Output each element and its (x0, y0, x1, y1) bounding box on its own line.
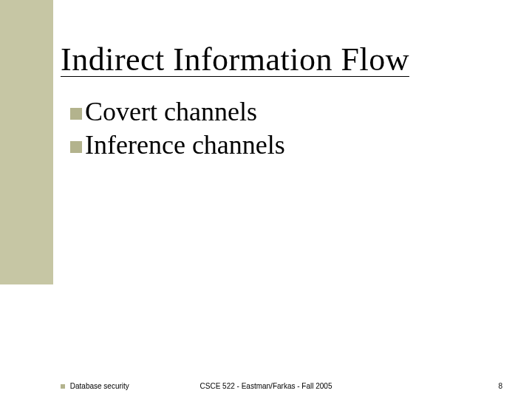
title-area: Indirect Information Flow (61, 41, 508, 78)
page-number: 8 (498, 382, 502, 390)
body-area: Covert channels Inference channels (70, 96, 484, 163)
square-bullet-icon (70, 108, 82, 120)
list-item: Inference channels (70, 129, 484, 161)
square-bullet-icon (70, 141, 82, 153)
list-item: Covert channels (70, 96, 484, 128)
bullet-text: Inference channels (85, 129, 285, 161)
slide-title: Indirect Information Flow (61, 41, 508, 78)
footer-center-text: CSCE 522 - Eastman/Farkas - Fall 2005 (0, 382, 532, 390)
decorative-sidebar (0, 0, 53, 284)
bullet-text: Covert channels (85, 96, 257, 128)
